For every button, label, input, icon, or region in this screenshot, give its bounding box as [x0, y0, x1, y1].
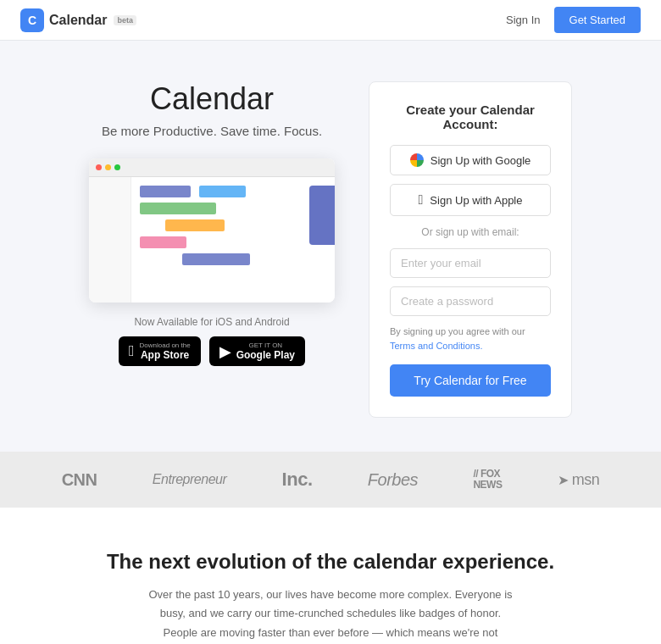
cal-event-5 [140, 236, 186, 248]
app-store-sub: Download on the [140, 341, 191, 349]
inc-logo: Inc. [282, 469, 313, 491]
entrepreneur-logo: Entrepreneur [153, 472, 226, 487]
apple-btn-label: Sign Up with Apple [430, 194, 522, 207]
apple-logo-icon:  [419, 192, 424, 208]
play-icon: ▶ [219, 342, 231, 361]
logo-text: Calendar [49, 13, 107, 28]
google-btn-label: Sign Up with Google [430, 154, 531, 167]
email-input[interactable] [390, 248, 551, 278]
evolution-section: The next evolution of the calendar exper… [0, 508, 661, 644]
google-icon [410, 153, 424, 167]
hero-title: Calendar [89, 81, 335, 117]
screenshot-toolbar [89, 158, 335, 177]
beta-badge: beta [114, 15, 136, 25]
evolution-text: Over the past 10 years, our lives have b… [144, 586, 517, 644]
dot-green [114, 164, 120, 170]
cal-event-6 [182, 253, 250, 265]
app-store-text: Download on the App Store [140, 341, 191, 361]
terms-text: By signing up you agree with our Terms a… [390, 325, 551, 353]
screenshot-sidebar [89, 177, 131, 303]
signup-card: Create your Calendar Account: Sign Up wi… [369, 81, 572, 418]
msn-bird-icon: ➤ [558, 473, 569, 487]
apple-signup-button[interactable]:  Sign Up with Apple [390, 184, 551, 216]
cal-event-2 [199, 186, 246, 197]
google-play-sub: GET IT ON [236, 341, 295, 349]
try-free-button[interactable]: Try Calendar for Free [390, 364, 551, 397]
app-store-button[interactable]:  Download on the App Store [119, 336, 201, 366]
terms-prefix: By signing up you agree with our [390, 326, 525, 336]
google-play-button[interactable]: ▶ GET IT ON Google Play [209, 336, 305, 366]
cal-event-3 [140, 203, 216, 214]
msn-logo: ➤ msn [558, 471, 600, 489]
dot-yellow [105, 164, 111, 170]
signup-divider: Or sign up with email: [390, 226, 551, 238]
google-signup-button[interactable]: Sign Up with Google [390, 145, 551, 175]
available-text: Now Available for iOS and Android [89, 316, 335, 328]
hero-left: Calendar Be more Productive. Save time. … [89, 81, 335, 366]
calendar-screenshot [89, 158, 335, 303]
store-buttons:  Download on the App Store ▶ GET IT ON … [89, 336, 335, 366]
news-text: NEWS [473, 480, 502, 491]
hero-subtitle: Be more Productive. Save time. Focus. [89, 124, 335, 138]
signup-title: Create your Calendar Account: [390, 103, 551, 131]
cal-event-4 [165, 219, 225, 231]
forbes-logo: Forbes [368, 470, 418, 490]
navbar: C Calendar beta Sign In Get Started [0, 0, 661, 41]
press-section: CNN Entrepreneur Inc. Forbes // FOX NEWS… [0, 452, 661, 508]
terms-link[interactable]: Terms and Conditions. [390, 341, 482, 351]
signin-link[interactable]: Sign In [506, 14, 540, 26]
fox-logo: // FOX NEWS [473, 469, 502, 491]
dot-red [96, 164, 102, 170]
cal-event-1 [140, 186, 191, 197]
logo-letter: C [28, 14, 36, 27]
nav-right: Sign In Get Started [506, 7, 641, 33]
logo-icon: C [20, 8, 44, 32]
screenshot-main [131, 177, 335, 303]
password-input[interactable] [390, 286, 551, 316]
google-play-main: Google Play [236, 349, 295, 361]
hero-section: Calendar Be more Productive. Save time. … [0, 41, 661, 452]
app-store-main: App Store [140, 349, 191, 361]
cnn-logo: CNN [62, 470, 97, 490]
apple-icon:  [129, 342, 135, 360]
google-play-text: GET IT ON Google Play [236, 341, 295, 361]
evolution-title: The next evolution of the calendar exper… [34, 550, 627, 574]
get-started-button[interactable]: Get Started [554, 7, 641, 33]
mobile-preview [309, 186, 335, 245]
screenshot-body [89, 177, 335, 303]
logo: C Calendar beta [20, 8, 136, 32]
